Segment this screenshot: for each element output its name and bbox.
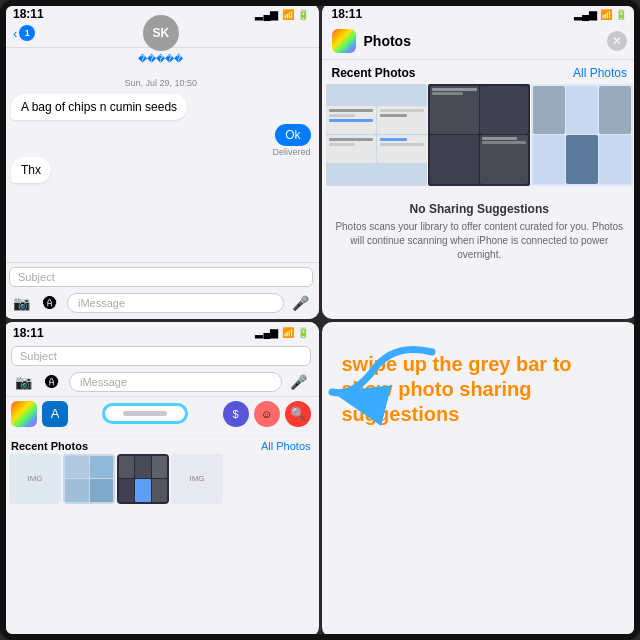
photos-title: Photos — [364, 33, 608, 49]
wifi-icon-bl: 📶 — [282, 327, 294, 338]
delivered-label: Delivered — [272, 147, 310, 157]
photo-thumb-3[interactable] — [531, 84, 633, 186]
photo-strip-thumb-2[interactable] — [63, 454, 115, 504]
recent-photos-bar-bottom: Recent Photos All Photos — [3, 436, 319, 454]
appstore-icon-bottom[interactable]: 🅐 — [40, 370, 64, 394]
wifi-icon-right: 📶 — [600, 9, 612, 20]
camera-icon-bottom[interactable]: 📷 — [11, 370, 35, 394]
nav-bar: ‹ 1 SK — [3, 23, 319, 48]
all-photos-button[interactable]: All Photos — [573, 66, 627, 80]
imessage-panel-bottom: 18:11 ▂▄▆ 📶 🔋 Subject 📷 🅐 iMessage 🎤 A — [3, 322, 319, 638]
camera-icon[interactable]: 📷 — [9, 291, 33, 315]
imessage-row-bottom: 📷 🅐 iMessage 🎤 — [11, 370, 311, 394]
status-bar-top-right: 18:11 ▂▄▆ 📶 🔋 — [322, 3, 638, 23]
photos-app-icon — [332, 29, 356, 53]
notification-badge: 1 — [19, 25, 35, 41]
grey-bar-container — [73, 403, 218, 424]
time-bottom-left: 18:11 — [13, 326, 44, 340]
chat-messages: A bag of chips n cumin seeds Ok Delivere… — [11, 94, 311, 187]
search-icon-strip[interactable]: 🔍 — [285, 401, 311, 427]
battery-icon-bl: 🔋 — [297, 327, 309, 338]
imessage-row: 📷 🅐 iMessage 🎤 — [9, 291, 313, 315]
photos-strip-bottom: IMG — [3, 454, 319, 508]
sent-ok-bubble: Ok — [275, 124, 310, 146]
microphone-icon[interactable]: 🎤 — [289, 291, 313, 315]
thx-message-row: Thx — [11, 157, 311, 187]
battery-icon-right: 🔋 — [615, 9, 627, 20]
signal-icon-right: ▂▄▆ — [574, 9, 597, 20]
status-icons: ▂▄▆ 📶 🔋 — [255, 9, 308, 20]
annotation-panel: swipe up the grey bar to show photo shar… — [322, 322, 638, 638]
signal-icon-bl: ▂▄▆ — [255, 327, 278, 338]
appstore-icon[interactable]: 🅐 — [38, 291, 62, 315]
received-bubble: A bag of chips n cumin seeds — [11, 94, 187, 120]
no-sharing-title: No Sharing Suggestions — [334, 202, 626, 216]
imessage-input[interactable]: iMessage — [67, 293, 284, 313]
microphone-icon-bottom[interactable]: 🎤 — [287, 370, 311, 394]
wifi-icon: 📶 — [282, 9, 294, 20]
photo-grid — [322, 84, 638, 186]
photo-strip-thumb-4[interactable]: IMG — [171, 454, 223, 504]
subject-field-bottom[interactable]: Subject — [11, 346, 311, 366]
no-sharing-text: Photos scans your library to offer conte… — [334, 220, 626, 262]
chat-area: Sun, Jul 29, 10:50 A bag of chips n cumi… — [3, 70, 319, 193]
photo-thumb-2[interactable] — [428, 84, 530, 186]
status-bar-bottom-left: 18:11 ▂▄▆ 📶 🔋 — [3, 322, 319, 342]
imessage-input-bottom[interactable]: iMessage — [69, 372, 282, 392]
swipe-arrow-icon — [322, 332, 442, 432]
photos-panel-top: 18:11 ▂▄▆ 📶 🔋 Photos ✕ Recent Photos All… — [322, 3, 638, 319]
recent-photos-label: Recent Photos — [332, 66, 416, 80]
status-icons-bottom-left: ▂▄▆ 📶 🔋 — [255, 327, 308, 338]
photo-strip-thumb-3[interactable] — [117, 454, 169, 504]
avatar: SK — [143, 15, 179, 51]
photos-icon-strip[interactable] — [11, 401, 37, 427]
message-timestamp: Sun, Jul 29, 10:50 — [11, 78, 311, 88]
pay-icon[interactable]: $ — [223, 401, 249, 427]
signal-icon: ▂▄▆ — [255, 9, 278, 20]
battery-icon: 🔋 — [297, 9, 309, 20]
recent-photos-header: Recent Photos All Photos — [322, 60, 638, 84]
received-message-row: A bag of chips n cumin seeds — [11, 94, 311, 124]
time-display-right: 18:11 — [332, 7, 363, 21]
input-area: Subject 📷 🅐 iMessage 🎤 — [3, 262, 319, 319]
all-photos-bottom-link[interactable]: All Photos — [261, 440, 311, 452]
subject-field[interactable]: Subject — [9, 267, 313, 287]
grey-bar-highlight[interactable] — [102, 403, 188, 424]
recent-photos-bottom-label: Recent Photos — [11, 440, 88, 452]
photos-header: Photos ✕ — [322, 23, 638, 60]
imessage-panel-top: 18:11 ▂▄▆ 📶 🔋 ‹ 1 SK ����� Sun, Jul 29, … — [3, 3, 319, 319]
close-button[interactable]: ✕ — [607, 31, 627, 51]
status-icons-right: ▂▄▆ 📶 🔋 — [574, 9, 627, 20]
no-sharing-section: No Sharing Suggestions Photos scans your… — [322, 192, 638, 272]
appstore-strip-icon[interactable]: A — [42, 401, 68, 427]
back-button[interactable]: ‹ 1 — [13, 25, 35, 41]
emoji-icon[interactable]: ☺ — [254, 401, 280, 427]
thx-bubble: Thx — [11, 157, 51, 183]
grey-handle-bar — [123, 411, 167, 416]
photo-strip-thumb-1[interactable]: IMG — [9, 454, 61, 504]
sent-message-row: Ok Delivered — [11, 124, 311, 157]
time-display: 18:11 — [13, 7, 44, 21]
photo-thumb-1[interactable] — [326, 84, 428, 186]
chevron-left-icon: ‹ — [13, 26, 17, 41]
contact-name-link[interactable]: ����� — [138, 54, 183, 64]
